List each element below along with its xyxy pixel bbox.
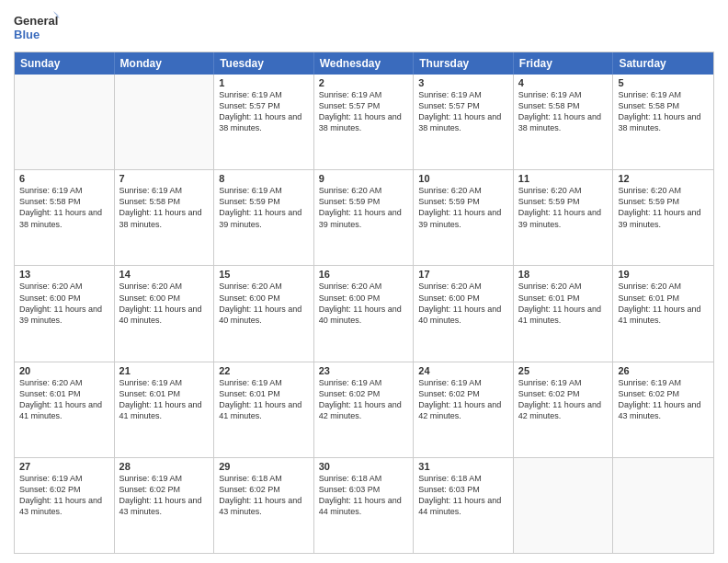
day-number: 8	[219, 173, 309, 184]
day-info: Sunrise: 6:20 AM Sunset: 5:59 PM Dayligh…	[418, 185, 508, 230]
day-number: 24	[418, 365, 508, 376]
calendar-row-5: 27Sunrise: 6:19 AM Sunset: 6:02 PM Dayli…	[15, 457, 713, 553]
logo: General Blue	[14, 9, 60, 46]
calendar-row-1: 1Sunrise: 6:19 AM Sunset: 5:57 PM Daylig…	[15, 75, 713, 169]
calendar-day-empty	[514, 458, 614, 553]
calendar-day-21: 21Sunrise: 6:19 AM Sunset: 6:01 PM Dayli…	[115, 362, 215, 457]
calendar: SundayMondayTuesdayWednesdayThursdayFrid…	[14, 52, 714, 554]
day-header-thursday: Thursday	[414, 52, 514, 75]
day-number: 27	[19, 461, 109, 472]
day-info: Sunrise: 6:20 AM Sunset: 6:01 PM Dayligh…	[19, 377, 109, 422]
calendar-body: 1Sunrise: 6:19 AM Sunset: 5:57 PM Daylig…	[15, 75, 713, 553]
calendar-row-2: 6Sunrise: 6:19 AM Sunset: 5:58 PM Daylig…	[15, 169, 713, 265]
day-number: 13	[19, 269, 109, 280]
day-number: 1	[219, 77, 309, 88]
day-number: 15	[219, 269, 309, 280]
calendar-day-12: 12Sunrise: 6:20 AM Sunset: 5:59 PM Dayli…	[613, 170, 713, 265]
page-header: General Blue	[14, 9, 714, 46]
calendar-day-empty	[15, 75, 115, 169]
day-header-monday: Monday	[115, 52, 215, 75]
day-number: 14	[119, 269, 210, 280]
day-header-friday: Friday	[514, 52, 614, 75]
day-number: 6	[19, 173, 109, 184]
calendar-day-25: 25Sunrise: 6:19 AM Sunset: 6:02 PM Dayli…	[514, 362, 614, 457]
day-header-saturday: Saturday	[613, 52, 713, 75]
day-info: Sunrise: 6:19 AM Sunset: 5:58 PM Dayligh…	[618, 89, 709, 134]
day-info: Sunrise: 6:20 AM Sunset: 6:01 PM Dayligh…	[518, 281, 609, 326]
day-number: 21	[119, 365, 210, 376]
day-info: Sunrise: 6:19 AM Sunset: 6:02 PM Dayligh…	[618, 377, 709, 422]
day-info: Sunrise: 6:20 AM Sunset: 6:00 PM Dayligh…	[319, 281, 409, 326]
day-info: Sunrise: 6:19 AM Sunset: 6:02 PM Dayligh…	[418, 377, 508, 422]
calendar-day-23: 23Sunrise: 6:19 AM Sunset: 6:02 PM Dayli…	[314, 362, 415, 457]
calendar-day-5: 5Sunrise: 6:19 AM Sunset: 5:58 PM Daylig…	[613, 75, 713, 169]
day-number: 12	[618, 173, 709, 184]
calendar-day-19: 19Sunrise: 6:20 AM Sunset: 6:01 PM Dayli…	[613, 266, 713, 361]
calendar-day-9: 9Sunrise: 6:20 AM Sunset: 5:59 PM Daylig…	[314, 170, 415, 265]
calendar-day-24: 24Sunrise: 6:19 AM Sunset: 6:02 PM Dayli…	[414, 362, 514, 457]
day-number: 19	[618, 269, 709, 280]
day-info: Sunrise: 6:20 AM Sunset: 6:01 PM Dayligh…	[618, 281, 709, 326]
day-number: 7	[119, 173, 210, 184]
day-number: 11	[518, 173, 609, 184]
day-number: 31	[418, 461, 508, 472]
calendar-day-13: 13Sunrise: 6:20 AM Sunset: 6:00 PM Dayli…	[15, 266, 115, 361]
day-info: Sunrise: 6:19 AM Sunset: 5:58 PM Dayligh…	[518, 89, 609, 134]
day-info: Sunrise: 6:18 AM Sunset: 6:03 PM Dayligh…	[418, 473, 508, 518]
day-number: 10	[418, 173, 508, 184]
day-header-sunday: Sunday	[15, 52, 115, 75]
calendar-day-empty	[613, 458, 713, 553]
day-number: 17	[418, 269, 508, 280]
calendar-day-28: 28Sunrise: 6:19 AM Sunset: 6:02 PM Dayli…	[115, 458, 215, 553]
day-number: 3	[418, 77, 508, 88]
calendar-day-15: 15Sunrise: 6:20 AM Sunset: 6:00 PM Dayli…	[214, 266, 314, 361]
day-number: 30	[319, 461, 409, 472]
day-number: 29	[219, 461, 309, 472]
day-info: Sunrise: 6:19 AM Sunset: 5:58 PM Dayligh…	[19, 185, 109, 230]
day-info: Sunrise: 6:19 AM Sunset: 6:01 PM Dayligh…	[119, 377, 210, 422]
day-info: Sunrise: 6:18 AM Sunset: 6:03 PM Dayligh…	[319, 473, 409, 518]
day-header-tuesday: Tuesday	[214, 52, 314, 75]
day-header-wednesday: Wednesday	[314, 52, 415, 75]
calendar-day-18: 18Sunrise: 6:20 AM Sunset: 6:01 PM Dayli…	[514, 266, 614, 361]
day-number: 9	[319, 173, 409, 184]
logo-svg: General Blue	[14, 9, 60, 46]
calendar-day-14: 14Sunrise: 6:20 AM Sunset: 6:00 PM Dayli…	[115, 266, 215, 361]
calendar-day-empty	[115, 75, 215, 169]
day-number: 4	[518, 77, 609, 88]
calendar-day-16: 16Sunrise: 6:20 AM Sunset: 6:00 PM Dayli…	[314, 266, 415, 361]
day-info: Sunrise: 6:20 AM Sunset: 5:59 PM Dayligh…	[518, 185, 609, 230]
day-number: 26	[618, 365, 709, 376]
day-info: Sunrise: 6:19 AM Sunset: 5:57 PM Dayligh…	[319, 89, 409, 134]
day-number: 18	[518, 269, 609, 280]
day-number: 5	[618, 77, 709, 88]
calendar-day-7: 7Sunrise: 6:19 AM Sunset: 5:58 PM Daylig…	[115, 170, 215, 265]
calendar-day-31: 31Sunrise: 6:18 AM Sunset: 6:03 PM Dayli…	[414, 458, 514, 553]
calendar-header: SundayMondayTuesdayWednesdayThursdayFrid…	[15, 52, 713, 75]
day-info: Sunrise: 6:19 AM Sunset: 5:57 PM Dayligh…	[418, 89, 508, 134]
day-info: Sunrise: 6:19 AM Sunset: 6:02 PM Dayligh…	[319, 377, 409, 422]
calendar-day-29: 29Sunrise: 6:18 AM Sunset: 6:02 PM Dayli…	[214, 458, 314, 553]
calendar-row-4: 20Sunrise: 6:20 AM Sunset: 6:01 PM Dayli…	[15, 362, 713, 457]
calendar-day-11: 11Sunrise: 6:20 AM Sunset: 5:59 PM Dayli…	[514, 170, 614, 265]
day-info: Sunrise: 6:19 AM Sunset: 5:59 PM Dayligh…	[219, 185, 309, 230]
calendar-day-17: 17Sunrise: 6:20 AM Sunset: 6:00 PM Dayli…	[414, 266, 514, 361]
svg-text:General: General	[14, 14, 58, 28]
day-number: 25	[518, 365, 609, 376]
calendar-day-2: 2Sunrise: 6:19 AM Sunset: 5:57 PM Daylig…	[314, 75, 415, 169]
calendar-day-4: 4Sunrise: 6:19 AM Sunset: 5:58 PM Daylig…	[514, 75, 614, 169]
day-info: Sunrise: 6:19 AM Sunset: 6:02 PM Dayligh…	[119, 473, 210, 518]
calendar-row-3: 13Sunrise: 6:20 AM Sunset: 6:00 PM Dayli…	[15, 265, 713, 361]
day-info: Sunrise: 6:20 AM Sunset: 6:00 PM Dayligh…	[418, 281, 508, 326]
day-info: Sunrise: 6:20 AM Sunset: 6:00 PM Dayligh…	[19, 281, 109, 326]
day-info: Sunrise: 6:18 AM Sunset: 6:02 PM Dayligh…	[219, 473, 309, 518]
calendar-day-10: 10Sunrise: 6:20 AM Sunset: 5:59 PM Dayli…	[414, 170, 514, 265]
day-info: Sunrise: 6:19 AM Sunset: 5:58 PM Dayligh…	[119, 185, 210, 230]
day-number: 22	[219, 365, 309, 376]
day-info: Sunrise: 6:19 AM Sunset: 6:01 PM Dayligh…	[219, 377, 309, 422]
calendar-day-26: 26Sunrise: 6:19 AM Sunset: 6:02 PM Dayli…	[613, 362, 713, 457]
day-info: Sunrise: 6:19 AM Sunset: 5:57 PM Dayligh…	[219, 89, 309, 134]
calendar-day-27: 27Sunrise: 6:19 AM Sunset: 6:02 PM Dayli…	[15, 458, 115, 553]
calendar-day-3: 3Sunrise: 6:19 AM Sunset: 5:57 PM Daylig…	[414, 75, 514, 169]
day-number: 2	[319, 77, 409, 88]
